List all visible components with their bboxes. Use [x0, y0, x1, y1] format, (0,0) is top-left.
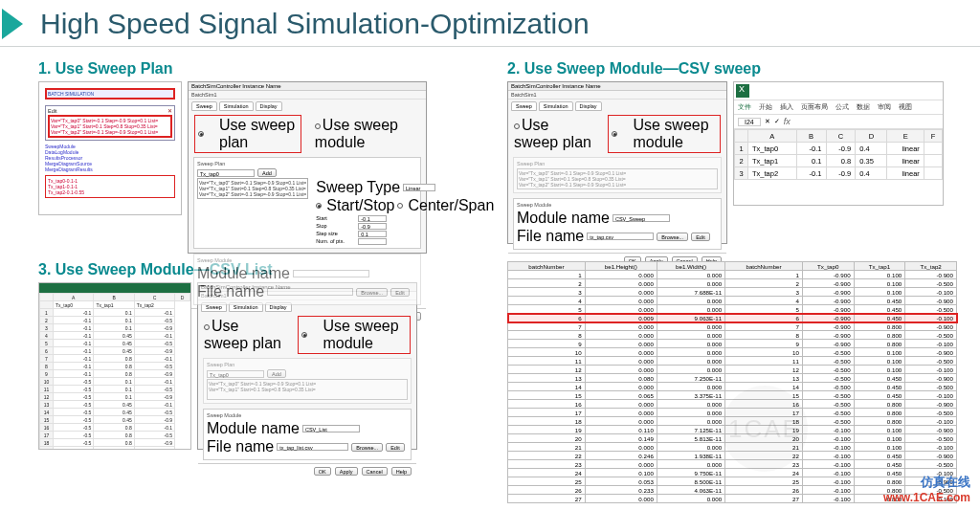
radio-centerspan[interactable]	[397, 203, 403, 209]
npts-input[interactable]	[358, 238, 387, 245]
footer-brand: 仿真在线 www.1CAE.com	[883, 474, 970, 504]
name-box[interactable]: I24	[738, 118, 761, 126]
module-name-input[interactable]: CSV_Sweep	[612, 214, 670, 222]
help-button[interactable]: Help	[391, 467, 412, 476]
confirm-icon[interactable]: ✓	[774, 118, 780, 125]
radio-sweep-plan[interactable]: Use sweep plan	[514, 117, 594, 151]
dialog-title: BatchSimController Instance Name	[508, 82, 726, 91]
var-line: Var="Tx_tap0" Start=-0.1 Step=-0.9 Stop=…	[51, 118, 169, 123]
tab-sweep[interactable]: Sweep	[191, 101, 217, 111]
step-input[interactable]: 0.1	[358, 231, 387, 237]
dialog-title: BatchSimController Instance Name	[189, 82, 426, 91]
var-line: Var="Tx_tap2" Start=-0.1 Step=-0.9 Stop=…	[51, 129, 169, 135]
browse-button[interactable]: Browse...	[356, 288, 388, 297]
start-input[interactable]: -0.1	[358, 215, 387, 222]
tx-line: Tx_tap2-0.1-0.55	[48, 189, 172, 195]
edit-button[interactable]: Edit	[390, 288, 409, 297]
group-sweep-plan: Sweep Plan	[197, 161, 417, 166]
radio-startstop[interactable]	[316, 203, 322, 209]
cancel-button[interactable]: Cancel	[362, 467, 388, 476]
batch-sim-dialog-csv-list: BatchSimController Instance Name BatchSi…	[197, 282, 417, 450]
section1-flow-window: BATCH SIMULATION Edit ✕ Var="Tx_tap0" St…	[38, 81, 182, 215]
results-table[interactable]: batchNumberbe1.Height()be1.Width()batchN…	[507, 261, 957, 503]
param-input[interactable]: Tx_tap0	[197, 169, 255, 177]
csv-list-grid[interactable]: ABCDTx_tap0Tx_tap1Tx_tap21-0.10.1-0.12-0…	[39, 293, 190, 450]
tab-sweep[interactable]: Sweep	[511, 101, 537, 111]
fx-icon[interactable]: fx	[784, 117, 791, 126]
edit-button[interactable]: Edit	[386, 443, 404, 452]
section2-title: 2. Use Sweep Module—CSV sweep	[507, 60, 957, 78]
csv-list-excel: ABCDTx_tap0Tx_tap1Tx_tap21-0.10.1-0.12-0…	[38, 282, 191, 450]
page-title: High Speed Signal Simulation-Optimizatio…	[40, 8, 590, 40]
brand-cn: 仿真在线	[883, 474, 970, 491]
edit-button[interactable]: Edit	[691, 233, 709, 241]
section1-title: 1. Use Sweep Plan	[38, 60, 488, 78]
browse-button[interactable]: Browse...	[351, 443, 383, 452]
watermark-icon: 1CAE	[722, 386, 808, 472]
close-icon[interactable]: ✕	[167, 108, 172, 115]
brand-url: www.1CAE.com	[883, 491, 970, 504]
batch-sim-dialog-plan: BatchSimController Instance Name BatchSi…	[188, 81, 427, 254]
var-listbox: Var="Tx_tap0" Start=-0.1 Step=-0.9 Stop=…	[517, 168, 718, 189]
tab-simulation[interactable]: Simulation	[219, 101, 254, 111]
group-sweep-module: Sweep Module	[197, 257, 417, 263]
tab-display[interactable]: Display	[575, 101, 602, 111]
page-header: High Speed Signal Simulation-Optimizatio…	[0, 0, 980, 47]
batch-sim-dialog-csv-sweep: BatchSimController Instance Name BatchSi…	[507, 81, 727, 244]
dialog-subtitle: BatchSim1	[189, 91, 426, 100]
cancel-icon[interactable]: ✕	[765, 118, 770, 125]
browse-button[interactable]: Browse...	[657, 233, 688, 241]
sweep-type-select[interactable]: Linear	[403, 184, 435, 191]
accent-icon	[2, 9, 23, 39]
excel-ribbon-tabs[interactable]: 文件 开始插入 页面布局公式 数据审阅 视图	[734, 100, 943, 115]
module-name-input[interactable]: CSV_List	[302, 425, 360, 432]
excel-window: 文件 开始插入 页面布局公式 数据审阅 视图 I24 ✕ ✓ fx ABCDEF…	[733, 81, 944, 206]
edit-panel-title: Edit	[48, 108, 56, 115]
file-name-input[interactable]	[267, 288, 353, 296]
module-name-input[interactable]	[293, 270, 369, 277]
sweep-type-label: Sweep Type	[316, 179, 400, 196]
radio-sweep-module[interactable]: Use sweep module	[315, 117, 420, 151]
batch-sim-node[interactable]: BATCH SIMULATION	[45, 88, 175, 100]
radio-sweep-module[interactable]: Use sweep module	[608, 115, 721, 153]
radio-sweep-plan[interactable]: Use sweep plan	[204, 318, 284, 352]
dialog-subtitle: BatchSim1	[508, 91, 726, 100]
sidebar-item[interactable]: MergeDiagramResults	[45, 166, 175, 172]
add-button[interactable]: Add	[257, 168, 277, 177]
var-listbox[interactable]: Var="Tx_tap0" Start=-0.1 Step=-0.9 Stop=…	[197, 178, 308, 199]
radio-sweep-module[interactable]: Use sweep module	[298, 316, 411, 354]
file-name-input[interactable]: tx_tap.csv	[587, 233, 654, 240]
file-name-input[interactable]: tx_tap_list.csv	[277, 443, 348, 451]
stop-input[interactable]: -0.9	[358, 223, 387, 230]
tab-display[interactable]: Display	[256, 101, 282, 111]
apply-button[interactable]: Apply	[335, 467, 358, 476]
tab-simulation[interactable]: Simulation	[539, 101, 573, 111]
ok-button[interactable]: OK	[314, 467, 331, 476]
excel-icon	[736, 84, 749, 98]
radio-sweep-plan[interactable]: Use sweep plan	[194, 115, 301, 153]
excel-grid[interactable]: ABCDEF1Tx_tap0-0.1-0.90.4linear2Tx_tap10…	[734, 129, 943, 180]
var-line: Var="Tx_tap1" Start=0.1 Step=0.8 Stop=0.…	[51, 123, 169, 129]
